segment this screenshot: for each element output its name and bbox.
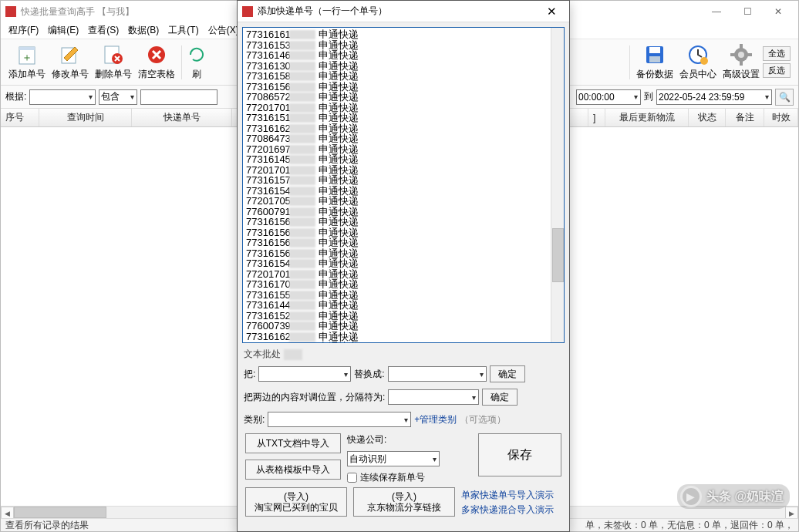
import-txt-button[interactable]: 从TXT文档中导入	[245, 433, 341, 453]
scroll-thumb[interactable]	[14, 507, 106, 518]
search-button[interactable]: 🔍	[775, 89, 794, 106]
col-status[interactable]: 状态	[689, 109, 726, 126]
dialog-title: 添加快递单号（一行一个单号）	[258, 5, 387, 18]
status-right: 单，未签收：0 单，无信息：0 单，退回件：0 单，	[585, 519, 794, 532]
tracking-line[interactable]: 77086572申通快递	[246, 92, 561, 103]
filter-op-combo[interactable]: 包含	[99, 89, 137, 105]
edit-tracking-button[interactable]: 修改单号	[49, 40, 92, 84]
textarea-scrollbar[interactable]	[551, 28, 564, 342]
delete-tracking-button[interactable]: 删除单号	[92, 40, 135, 84]
tracking-line[interactable]: 77201701申通快递	[246, 165, 561, 176]
svg-rect-8	[649, 47, 660, 53]
replace-to-combo[interactable]	[388, 366, 487, 382]
tracking-line[interactable]: 77316162申通快递	[246, 332, 561, 342]
advanced-settings-button[interactable]: 高级设置	[720, 40, 763, 84]
tracking-line[interactable]: 77201701申通快递	[246, 103, 561, 113]
tracking-line[interactable]: 77316146申通快递	[246, 50, 561, 61]
tracking-line[interactable]: 77600739申通快递	[246, 321, 561, 332]
search-icon: 🔍	[779, 92, 791, 103]
dialog-icon	[242, 6, 253, 17]
import-jd-button[interactable]: (导入) 京东物流分享链接	[353, 487, 455, 517]
textproc-title: 文本批处	[244, 348, 563, 361]
tracking-line[interactable]: 77316152申通快递	[246, 311, 561, 322]
tracking-line[interactable]: 77316145申通快递	[246, 154, 561, 165]
col-timeliness[interactable]: 时效	[764, 109, 798, 126]
save-button[interactable]: 保存	[478, 433, 561, 476]
start-time-combo[interactable]: 00:00:00	[576, 89, 641, 105]
courier-label: 快递公司:	[347, 433, 386, 446]
selection-buttons: 全选 反选	[763, 46, 794, 78]
import-table-button[interactable]: 从表格模板中导入	[245, 460, 341, 480]
main-title: 快递批量查询高手 【与我】	[21, 5, 134, 19]
menu-program[interactable]: 程序(F)	[4, 22, 43, 39]
add-tracking-button[interactable]: ＋ 添加单号	[5, 40, 49, 84]
menu-view[interactable]: 查看(S)	[83, 22, 123, 39]
tracking-line[interactable]: 77086473申通快递	[246, 133, 561, 144]
member-label: 会员中心	[679, 68, 716, 81]
tracking-line[interactable]: 77316156申通快递	[246, 82, 561, 93]
swap-ok-button[interactable]: 确定	[482, 389, 517, 406]
tracking-line[interactable]: 77316156申通快递	[246, 248, 561, 259]
tracking-line[interactable]: 77316144申通快递	[246, 300, 561, 311]
keep-saving-input[interactable]	[347, 473, 357, 483]
clear-table-button[interactable]: 清空表格	[135, 40, 178, 84]
tracking-line[interactable]: 77201705申通快递	[246, 196, 561, 207]
col-remark[interactable]: 备注	[726, 109, 764, 126]
tracking-line[interactable]: 77201701申通快递	[246, 269, 561, 280]
member-center-button[interactable]: 会员中心	[676, 40, 720, 84]
menu-data[interactable]: 数据(B)	[123, 22, 164, 39]
col-tracking-no[interactable]: 快递单号	[132, 109, 232, 126]
tracking-line[interactable]: 77316154申通快递	[246, 186, 561, 197]
minimize-button[interactable]: —	[701, 2, 732, 21]
tracking-line[interactable]: 77316154申通快递	[246, 258, 561, 269]
tracking-line[interactable]: 77316158申通快递	[246, 71, 561, 82]
menu-edit[interactable]: 编辑(E)	[43, 22, 83, 39]
tracking-line[interactable]: 77316157申通快递	[246, 175, 561, 186]
filter-field-combo[interactable]	[29, 89, 96, 105]
tracking-line[interactable]: 77316153申通快递	[246, 40, 561, 51]
maximize-button[interactable]: ☐	[732, 2, 763, 21]
tracking-line[interactable]: 77316161申通快递	[246, 29, 561, 40]
category-label: 类别:	[244, 413, 265, 426]
tracking-line[interactable]: 77316162申通快递	[246, 123, 561, 134]
end-time-combo[interactable]: 2022-05-24 23:59:59	[656, 89, 772, 105]
manage-category-link[interactable]: +管理类别	[414, 413, 457, 426]
svg-point-13	[738, 52, 744, 58]
close-button[interactable]: ✕	[763, 2, 794, 21]
import-taobao-button[interactable]: (导入) 淘宝网已买到的宝贝	[245, 487, 347, 517]
tracking-line[interactable]: 77316156申通快递	[246, 217, 561, 227]
textarea-scroll-thumb[interactable]	[552, 228, 564, 282]
swap-delim-combo[interactable]	[388, 389, 479, 405]
col-gap-right[interactable]: ]	[588, 109, 605, 126]
col-last-update[interactable]: 最后更新物流	[605, 109, 689, 126]
demo-multi-link[interactable]: 多家快递混合导入演示	[461, 503, 554, 517]
tracking-line[interactable]: 77316151申通快递	[246, 113, 561, 123]
replace-ok-button[interactable]: 确定	[490, 365, 525, 382]
refresh-icon	[185, 43, 208, 66]
keep-saving-checkbox[interactable]: 连续保存新单号	[347, 471, 474, 484]
refresh-button[interactable]: 刷	[185, 40, 208, 84]
tracking-textarea[interactable]: 77316161申通快递77316153申通快递77316146申通快递7731…	[242, 27, 565, 343]
replace-from-combo[interactable]	[258, 366, 351, 382]
select-all-button[interactable]: 全选	[763, 46, 791, 61]
tracking-line[interactable]: 77316130申通快递	[246, 61, 561, 72]
dialog-close-button[interactable]: ✕	[538, 3, 565, 20]
tracking-line[interactable]: 77316156申通快递	[246, 342, 561, 343]
add-label: 添加单号	[8, 68, 46, 81]
courier-combo[interactable]: 自动识别	[347, 451, 440, 466]
category-combo[interactable]	[268, 412, 411, 427]
tracking-line[interactable]: 77316156申通快递	[246, 227, 561, 238]
invert-selection-button[interactable]: 反选	[763, 63, 791, 78]
col-seq[interactable]: 序号	[1, 109, 39, 126]
col-query-time[interactable]: 查询时间	[39, 109, 132, 126]
menu-tools[interactable]: 工具(T)	[164, 22, 203, 39]
tracking-line[interactable]: 77201697申通快递	[246, 144, 561, 155]
tracking-line[interactable]: 77316155申通快递	[246, 290, 561, 301]
tracking-line[interactable]: 77600791申通快递	[246, 207, 561, 217]
filter-value-input[interactable]	[140, 89, 217, 105]
backup-button[interactable]: 备份数据	[633, 40, 676, 84]
demo-single-link[interactable]: 单家快递单号导入演示	[461, 489, 554, 502]
refresh-label: 刷	[192, 68, 201, 81]
tracking-line[interactable]: 77316156申通快递	[246, 237, 561, 248]
tracking-line[interactable]: 77316170申通快递	[246, 279, 561, 290]
